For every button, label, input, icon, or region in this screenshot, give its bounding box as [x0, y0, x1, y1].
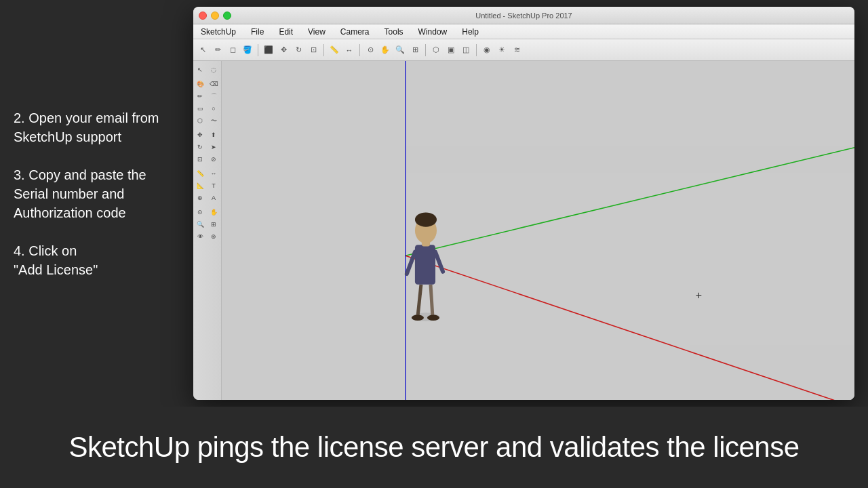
side-scale-icon[interactable]: ⊡ [193, 153, 207, 165]
side-eraser-icon[interactable]: ⌫ [207, 78, 220, 90]
bottom-caption: SketchUp pings the license server and va… [0, 407, 868, 488]
side-axes-icon[interactable]: ⊕ [193, 192, 207, 204]
side-protractor-icon[interactable]: 📐 [193, 180, 207, 192]
pencil-tool-icon[interactable]: ✏ [211, 43, 224, 57]
side-zoom-icon[interactable]: 🔍 [193, 218, 207, 230]
shadows-icon[interactable]: ☀ [495, 43, 509, 57]
maximize-button[interactable] [223, 12, 231, 20]
sketchup-window: Untitled - SketchUp Pro 2017 SketchUp Fi… [193, 7, 854, 400]
side-circle-icon[interactable]: ○ [207, 102, 220, 115]
side-lasso-icon[interactable]: ◌ [207, 64, 220, 76]
canvas-area[interactable]: + [222, 61, 854, 400]
styles-icon[interactable]: ◉ [480, 43, 494, 57]
menu-tools[interactable]: Tools [382, 26, 406, 37]
side-lookat-icon[interactable]: ⊛ [207, 230, 220, 243]
paint-tool-icon[interactable]: 🪣 [241, 43, 254, 57]
side-orbit-icon[interactable]: ⊙ [193, 206, 207, 218]
side-select-icon[interactable]: ↖ [193, 64, 207, 76]
side-text-icon[interactable]: T [207, 180, 220, 192]
scale-icon[interactable]: ⊡ [307, 43, 320, 57]
side-walkthrough-icon[interactable]: 👁 [193, 230, 207, 243]
side-polygon-icon[interactable]: ⬡ [193, 115, 207, 127]
fog-icon[interactable]: ≋ [510, 43, 524, 57]
caption-text: SketchUp pings the license server and va… [68, 431, 799, 464]
close-button[interactable] [199, 12, 207, 20]
step-4: 4. Click on "Add License" [14, 241, 176, 279]
svg-rect-0 [222, 61, 854, 400]
side-rect-icon[interactable]: ▭ [193, 102, 207, 115]
window-title: Untitled - SketchUp Pro 2017 [475, 12, 572, 20]
move-icon[interactable]: ✥ [277, 43, 290, 57]
side-tool-group-4: 📏 ↔ 📐 T ⊕ A [193, 167, 221, 204]
menu-help[interactable]: Help [460, 26, 481, 37]
side-pushpull-icon[interactable]: ⬆ [207, 129, 220, 141]
side-dimension-icon[interactable]: ↔ [207, 167, 220, 180]
toolbar: ↖ ✏ ◻ 🪣 ⬛ ✥ ↻ ⊡ 📏 ↔ ⊙ ✋ 🔍 ⊞ ⬡ ▣ ◫ ◉ ☀ ≋ [193, 39, 854, 61]
push-pull-icon[interactable]: ⬛ [262, 43, 275, 57]
toolbar-sep-5 [476, 44, 477, 56]
svg-point-12 [415, 212, 437, 226]
menu-camera[interactable]: Camera [338, 26, 372, 37]
pan-icon[interactable]: ✋ [378, 43, 392, 57]
svg-point-13 [412, 314, 424, 321]
step-4-text: 4. Click on "Add License" [14, 243, 98, 277]
side-rotate-icon[interactable]: ↻ [193, 141, 207, 153]
orbit-icon[interactable]: ⊙ [363, 43, 377, 57]
side-pencil-icon[interactable]: ✏ [193, 90, 207, 102]
toolbar-sep-2 [323, 44, 324, 56]
menu-sketchup[interactable]: SketchUp [199, 26, 238, 37]
menu-view[interactable]: View [306, 26, 328, 37]
step-3: 3. Copy and paste the Serial number and … [14, 165, 176, 222]
side-arc-icon[interactable]: ⌒ [207, 90, 220, 102]
eraser-tool-icon[interactable]: ◻ [226, 43, 239, 57]
step-3-text: 3. Copy and paste the Serial number and … [14, 167, 146, 220]
menu-window[interactable]: Window [416, 26, 450, 37]
toolbar-sep-3 [359, 44, 360, 56]
tape-icon[interactable]: 📏 [328, 43, 341, 57]
side-offset-icon[interactable]: ⊘ [207, 153, 220, 165]
side-tool-group-3: ✥ ⬆ ↻ ➤ ⊡ ⊘ [193, 129, 221, 165]
toolbar-sep-4 [425, 44, 426, 56]
side-move-icon[interactable]: ✥ [193, 129, 207, 141]
title-bar: Untitled - SketchUp Pro 2017 [193, 7, 854, 24]
side-zoomext-icon[interactable]: ⊞ [207, 218, 220, 230]
groups-icon[interactable]: ▣ [444, 43, 458, 57]
menu-edit[interactable]: Edit [277, 26, 295, 37]
step-2-text: 2. Open your email from SketchUp support [14, 110, 159, 144]
canvas-svg [222, 61, 854, 400]
main-area: ↖ ◌ 🎨 ⌫ ✏ ⌒ ▭ ○ ⬡ 〜 [193, 61, 854, 400]
side-tool-group-5: ⊙ ✋ 🔍 ⊞ 👁 ⊛ [193, 206, 221, 243]
side-tape-icon[interactable]: 📏 [193, 167, 207, 180]
instruction-panel: 2. Open your email from SketchUp support… [0, 0, 190, 407]
side-pan-icon[interactable]: ✋ [207, 206, 220, 218]
side-3dtext-icon[interactable]: A [207, 192, 220, 204]
side-toolbar: ↖ ◌ 🎨 ⌫ ✏ ⌒ ▭ ○ ⬡ 〜 [193, 61, 222, 400]
traffic-lights [199, 12, 231, 20]
side-tool-group-2: 🎨 ⌫ ✏ ⌒ ▭ ○ ⬡ 〜 [193, 78, 221, 127]
select-tool-icon[interactable]: ↖ [196, 43, 210, 57]
svg-rect-7 [415, 245, 435, 285]
svg-point-14 [427, 314, 439, 321]
svg-line-6 [431, 285, 433, 317]
toolbar-sep-1 [258, 44, 258, 56]
menu-file[interactable]: File [249, 26, 266, 37]
menu-bar: SketchUp File Edit View Camera Tools Win… [193, 24, 854, 39]
zoom-icon[interactable]: 🔍 [393, 43, 407, 57]
side-followme-icon[interactable]: ➤ [207, 141, 220, 153]
side-freehand-icon[interactable]: 〜 [207, 115, 220, 127]
components-icon[interactable]: ⬡ [429, 43, 443, 57]
sections-icon[interactable]: ◫ [459, 43, 473, 57]
minimize-button[interactable] [211, 12, 219, 20]
side-tool-group-1: ↖ ◌ [193, 64, 221, 76]
rotate-icon[interactable]: ↻ [292, 43, 305, 57]
dimension-icon[interactable]: ↔ [342, 43, 356, 57]
zoom-extents-icon[interactable]: ⊞ [408, 43, 422, 57]
side-paint-icon[interactable]: 🎨 [193, 78, 207, 90]
step-2: 2. Open your email from SketchUp support [14, 108, 176, 146]
